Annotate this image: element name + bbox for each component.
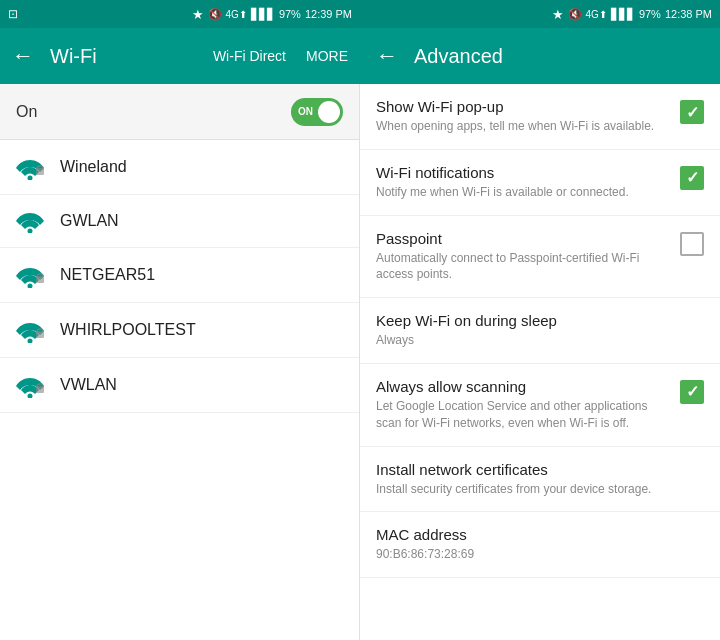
battery-left: 97% — [279, 8, 301, 20]
network-list: Wineland GWLAN NET — [0, 140, 359, 640]
screen-icon: ⊡ — [8, 7, 18, 21]
checkmark-wifi-notif: ✓ — [686, 168, 699, 187]
setting-title-wifi-popup: Show Wi-Fi pop-up — [376, 98, 668, 115]
status-bar-right: ★ 🔇 4G⬆ ▋▋▋ 97% 12:38 PM — [360, 0, 720, 28]
checkmark-scanning: ✓ — [686, 382, 699, 401]
right-panel: Show Wi-Fi pop-up When opening apps, tel… — [360, 84, 720, 640]
svg-point-0 — [28, 176, 33, 181]
setting-desc-certs: Install security certificates from your … — [376, 481, 704, 498]
wifi-secured-icon-netgear51 — [16, 262, 44, 288]
network-item-wineland[interactable]: Wineland — [0, 140, 359, 195]
svg-point-4 — [28, 284, 33, 289]
network-name-whirlpooltest: WHIRLPOOLTEST — [60, 321, 196, 339]
setting-title-mac: MAC address — [376, 526, 704, 543]
wifi-secured-icon-vwlan — [16, 372, 44, 398]
svg-point-3 — [28, 229, 33, 234]
setting-title-certs: Install network certificates — [376, 461, 704, 478]
setting-title-keep-wifi: Keep Wi-Fi on during sleep — [376, 312, 704, 329]
setting-desc-wifi-popup: When opening apps, tell me when Wi-Fi is… — [376, 118, 668, 135]
signal-bars-left: ▋▋▋ — [251, 8, 275, 21]
checkbox-wifi-notif[interactable]: ✓ — [680, 166, 704, 190]
setting-desc-scanning: Let Google Location Service and other ap… — [376, 398, 668, 432]
on-off-label: On — [16, 103, 37, 121]
setting-desc-mac: 90:B6:86:73:28:69 — [376, 546, 704, 563]
wifi-title: Wi-Fi — [50, 45, 197, 68]
wifi-open-icon-gwlan — [16, 209, 44, 233]
setting-title-scanning: Always allow scanning — [376, 378, 668, 395]
wifi-toggle-row: On ON — [0, 84, 359, 140]
setting-keep-wifi-on[interactable]: Keep Wi-Fi on during sleep Always — [360, 298, 720, 364]
network-item-vwlan[interactable]: VWLAN — [0, 358, 359, 413]
svg-point-7 — [28, 339, 33, 344]
setting-mac-address: MAC address 90:B6:86:73:28:69 — [360, 512, 720, 578]
signal-icon-left: 4G⬆ — [226, 9, 247, 20]
svg-point-10 — [28, 394, 33, 399]
time-left: 12:39 PM — [305, 8, 352, 20]
network-name-netgear51: NETGEAR51 — [60, 266, 155, 284]
time-right: 12:38 PM — [665, 8, 712, 20]
setting-always-scanning[interactable]: Always allow scanning Let Google Locatio… — [360, 364, 720, 447]
battery-right: 97% — [639, 8, 661, 20]
checkbox-wifi-popup[interactable]: ✓ — [680, 100, 704, 124]
network-item-whirlpooltest[interactable]: WHIRLPOOLTEST — [0, 303, 359, 358]
wifi-secured-icon-whirlpooltest — [16, 317, 44, 343]
network-item-netgear51[interactable]: NETGEAR51 — [0, 248, 359, 303]
more-button[interactable]: MORE — [306, 48, 348, 64]
left-panel: On ON Wineland — [0, 84, 360, 640]
mute-icon-right: 🔇 — [568, 8, 582, 21]
setting-desc-wifi-notif: Notify me when Wi-Fi is available or con… — [376, 184, 668, 201]
signal-icon-right: 4G⬆ — [586, 9, 607, 20]
wifi-direct-button[interactable]: Wi-Fi Direct — [213, 48, 286, 64]
wifi-secured-icon-wineland — [16, 154, 44, 180]
advanced-title: Advanced — [414, 45, 704, 68]
wifi-toggle[interactable]: ON — [291, 98, 343, 126]
toolbar-left: ← Wi-Fi Wi-Fi Direct MORE — [0, 28, 360, 84]
back-button-left[interactable]: ← — [12, 43, 34, 69]
network-item-gwlan[interactable]: GWLAN — [0, 195, 359, 248]
status-bar-left: ⊡ ★ 🔇 4G⬆ ▋▋▋ 97% 12:39 PM — [0, 0, 360, 28]
toggle-on-text: ON — [298, 106, 313, 117]
setting-passpoint[interactable]: Passpoint Automatically connect to Passp… — [360, 216, 720, 299]
bluetooth-icon-left: ★ — [192, 7, 204, 22]
setting-install-certs[interactable]: Install network certificates Install sec… — [360, 447, 720, 513]
setting-wifi-notifications[interactable]: Wi-Fi notifications Notify me when Wi-Fi… — [360, 150, 720, 216]
network-name-wineland: Wineland — [60, 158, 127, 176]
setting-title-passpoint: Passpoint — [376, 230, 668, 247]
signal-bars-right: ▋▋▋ — [611, 8, 635, 21]
mute-icon-left: 🔇 — [208, 8, 222, 21]
toggle-knob — [318, 101, 340, 123]
setting-desc-keep-wifi: Always — [376, 332, 704, 349]
setting-title-wifi-notif: Wi-Fi notifications — [376, 164, 668, 181]
toolbar-right: ← Advanced — [360, 28, 720, 84]
checkbox-scanning[interactable]: ✓ — [680, 380, 704, 404]
back-button-right[interactable]: ← — [376, 43, 398, 69]
checkmark-wifi-popup: ✓ — [686, 103, 699, 122]
network-name-gwlan: GWLAN — [60, 212, 119, 230]
bluetooth-icon-right: ★ — [552, 7, 564, 22]
checkbox-passpoint[interactable] — [680, 232, 704, 256]
setting-desc-passpoint: Automatically connect to Passpoint-certi… — [376, 250, 668, 284]
setting-show-wifi-popup[interactable]: Show Wi-Fi pop-up When opening apps, tel… — [360, 84, 720, 150]
network-name-vwlan: VWLAN — [60, 376, 117, 394]
